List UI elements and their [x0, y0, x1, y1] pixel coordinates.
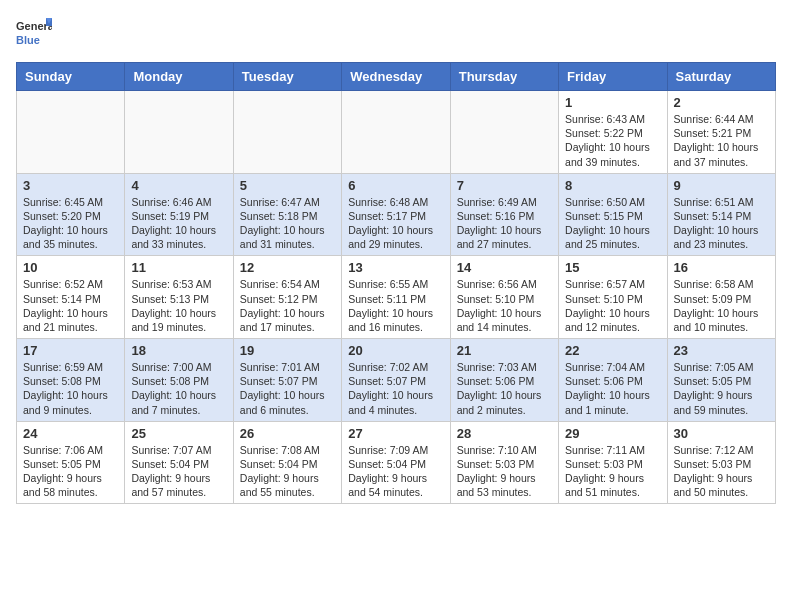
calendar-cell: 4Sunrise: 6:46 AM Sunset: 5:19 PM Daylig… [125, 173, 233, 256]
day-number: 17 [23, 343, 118, 358]
calendar-header-row: SundayMondayTuesdayWednesdayThursdayFrid… [17, 63, 776, 91]
logo: General Blue [16, 16, 52, 52]
calendar-cell: 11Sunrise: 6:53 AM Sunset: 5:13 PM Dayli… [125, 256, 233, 339]
col-header-monday: Monday [125, 63, 233, 91]
day-number: 24 [23, 426, 118, 441]
day-info: Sunrise: 6:45 AM Sunset: 5:20 PM Dayligh… [23, 195, 118, 252]
day-number: 23 [674, 343, 769, 358]
day-info: Sunrise: 6:47 AM Sunset: 5:18 PM Dayligh… [240, 195, 335, 252]
day-number: 27 [348, 426, 443, 441]
calendar-cell [233, 91, 341, 174]
day-info: Sunrise: 7:08 AM Sunset: 5:04 PM Dayligh… [240, 443, 335, 500]
calendar-cell: 1Sunrise: 6:43 AM Sunset: 5:22 PM Daylig… [559, 91, 667, 174]
day-info: Sunrise: 6:50 AM Sunset: 5:15 PM Dayligh… [565, 195, 660, 252]
day-info: Sunrise: 6:51 AM Sunset: 5:14 PM Dayligh… [674, 195, 769, 252]
calendar-cell: 7Sunrise: 6:49 AM Sunset: 5:16 PM Daylig… [450, 173, 558, 256]
calendar-week-5: 24Sunrise: 7:06 AM Sunset: 5:05 PM Dayli… [17, 421, 776, 504]
day-number: 16 [674, 260, 769, 275]
col-header-thursday: Thursday [450, 63, 558, 91]
day-info: Sunrise: 6:59 AM Sunset: 5:08 PM Dayligh… [23, 360, 118, 417]
day-number: 5 [240, 178, 335, 193]
day-info: Sunrise: 6:44 AM Sunset: 5:21 PM Dayligh… [674, 112, 769, 169]
day-info: Sunrise: 6:56 AM Sunset: 5:10 PM Dayligh… [457, 277, 552, 334]
col-header-sunday: Sunday [17, 63, 125, 91]
day-number: 3 [23, 178, 118, 193]
day-info: Sunrise: 6:57 AM Sunset: 5:10 PM Dayligh… [565, 277, 660, 334]
day-number: 30 [674, 426, 769, 441]
day-info: Sunrise: 7:03 AM Sunset: 5:06 PM Dayligh… [457, 360, 552, 417]
day-info: Sunrise: 7:06 AM Sunset: 5:05 PM Dayligh… [23, 443, 118, 500]
calendar-cell: 19Sunrise: 7:01 AM Sunset: 5:07 PM Dayli… [233, 339, 341, 422]
day-info: Sunrise: 7:07 AM Sunset: 5:04 PM Dayligh… [131, 443, 226, 500]
day-info: Sunrise: 6:53 AM Sunset: 5:13 PM Dayligh… [131, 277, 226, 334]
calendar-cell: 25Sunrise: 7:07 AM Sunset: 5:04 PM Dayli… [125, 421, 233, 504]
day-info: Sunrise: 6:54 AM Sunset: 5:12 PM Dayligh… [240, 277, 335, 334]
day-number: 21 [457, 343, 552, 358]
calendar-cell: 9Sunrise: 6:51 AM Sunset: 5:14 PM Daylig… [667, 173, 775, 256]
calendar-cell: 16Sunrise: 6:58 AM Sunset: 5:09 PM Dayli… [667, 256, 775, 339]
day-number: 18 [131, 343, 226, 358]
calendar-cell: 3Sunrise: 6:45 AM Sunset: 5:20 PM Daylig… [17, 173, 125, 256]
day-number: 25 [131, 426, 226, 441]
calendar-cell: 18Sunrise: 7:00 AM Sunset: 5:08 PM Dayli… [125, 339, 233, 422]
calendar-cell [125, 91, 233, 174]
calendar-cell: 10Sunrise: 6:52 AM Sunset: 5:14 PM Dayli… [17, 256, 125, 339]
day-number: 20 [348, 343, 443, 358]
calendar-cell [342, 91, 450, 174]
calendar-cell: 2Sunrise: 6:44 AM Sunset: 5:21 PM Daylig… [667, 91, 775, 174]
day-info: Sunrise: 7:02 AM Sunset: 5:07 PM Dayligh… [348, 360, 443, 417]
day-number: 13 [348, 260, 443, 275]
calendar-cell: 12Sunrise: 6:54 AM Sunset: 5:12 PM Dayli… [233, 256, 341, 339]
calendar-cell: 30Sunrise: 7:12 AM Sunset: 5:03 PM Dayli… [667, 421, 775, 504]
col-header-tuesday: Tuesday [233, 63, 341, 91]
calendar-cell: 29Sunrise: 7:11 AM Sunset: 5:03 PM Dayli… [559, 421, 667, 504]
day-number: 19 [240, 343, 335, 358]
page-header: General Blue [16, 16, 776, 52]
day-info: Sunrise: 7:11 AM Sunset: 5:03 PM Dayligh… [565, 443, 660, 500]
calendar-cell: 14Sunrise: 6:56 AM Sunset: 5:10 PM Dayli… [450, 256, 558, 339]
day-info: Sunrise: 6:52 AM Sunset: 5:14 PM Dayligh… [23, 277, 118, 334]
day-info: Sunrise: 6:46 AM Sunset: 5:19 PM Dayligh… [131, 195, 226, 252]
calendar-cell: 20Sunrise: 7:02 AM Sunset: 5:07 PM Dayli… [342, 339, 450, 422]
day-number: 8 [565, 178, 660, 193]
day-info: Sunrise: 6:58 AM Sunset: 5:09 PM Dayligh… [674, 277, 769, 334]
calendar-cell: 23Sunrise: 7:05 AM Sunset: 5:05 PM Dayli… [667, 339, 775, 422]
day-info: Sunrise: 6:49 AM Sunset: 5:16 PM Dayligh… [457, 195, 552, 252]
calendar-week-3: 10Sunrise: 6:52 AM Sunset: 5:14 PM Dayli… [17, 256, 776, 339]
calendar-cell [17, 91, 125, 174]
day-info: Sunrise: 7:04 AM Sunset: 5:06 PM Dayligh… [565, 360, 660, 417]
day-number: 6 [348, 178, 443, 193]
day-number: 7 [457, 178, 552, 193]
calendar-cell: 21Sunrise: 7:03 AM Sunset: 5:06 PM Dayli… [450, 339, 558, 422]
day-info: Sunrise: 6:48 AM Sunset: 5:17 PM Dayligh… [348, 195, 443, 252]
day-info: Sunrise: 6:43 AM Sunset: 5:22 PM Dayligh… [565, 112, 660, 169]
day-info: Sunrise: 7:10 AM Sunset: 5:03 PM Dayligh… [457, 443, 552, 500]
day-info: Sunrise: 7:09 AM Sunset: 5:04 PM Dayligh… [348, 443, 443, 500]
col-header-wednesday: Wednesday [342, 63, 450, 91]
calendar-cell: 24Sunrise: 7:06 AM Sunset: 5:05 PM Dayli… [17, 421, 125, 504]
calendar-cell: 15Sunrise: 6:57 AM Sunset: 5:10 PM Dayli… [559, 256, 667, 339]
day-info: Sunrise: 7:12 AM Sunset: 5:03 PM Dayligh… [674, 443, 769, 500]
calendar-cell: 8Sunrise: 6:50 AM Sunset: 5:15 PM Daylig… [559, 173, 667, 256]
day-number: 28 [457, 426, 552, 441]
day-number: 10 [23, 260, 118, 275]
calendar-cell: 27Sunrise: 7:09 AM Sunset: 5:04 PM Dayli… [342, 421, 450, 504]
day-info: Sunrise: 6:55 AM Sunset: 5:11 PM Dayligh… [348, 277, 443, 334]
day-info: Sunrise: 7:05 AM Sunset: 5:05 PM Dayligh… [674, 360, 769, 417]
day-number: 4 [131, 178, 226, 193]
day-number: 1 [565, 95, 660, 110]
calendar-cell: 17Sunrise: 6:59 AM Sunset: 5:08 PM Dayli… [17, 339, 125, 422]
calendar-cell: 22Sunrise: 7:04 AM Sunset: 5:06 PM Dayli… [559, 339, 667, 422]
day-number: 2 [674, 95, 769, 110]
day-number: 11 [131, 260, 226, 275]
calendar-cell: 13Sunrise: 6:55 AM Sunset: 5:11 PM Dayli… [342, 256, 450, 339]
calendar-table: SundayMondayTuesdayWednesdayThursdayFrid… [16, 62, 776, 504]
day-info: Sunrise: 7:00 AM Sunset: 5:08 PM Dayligh… [131, 360, 226, 417]
day-number: 15 [565, 260, 660, 275]
day-number: 9 [674, 178, 769, 193]
calendar-cell: 26Sunrise: 7:08 AM Sunset: 5:04 PM Dayli… [233, 421, 341, 504]
logo-svg: General Blue [16, 16, 52, 52]
day-number: 29 [565, 426, 660, 441]
calendar-week-1: 1Sunrise: 6:43 AM Sunset: 5:22 PM Daylig… [17, 91, 776, 174]
calendar-cell [450, 91, 558, 174]
